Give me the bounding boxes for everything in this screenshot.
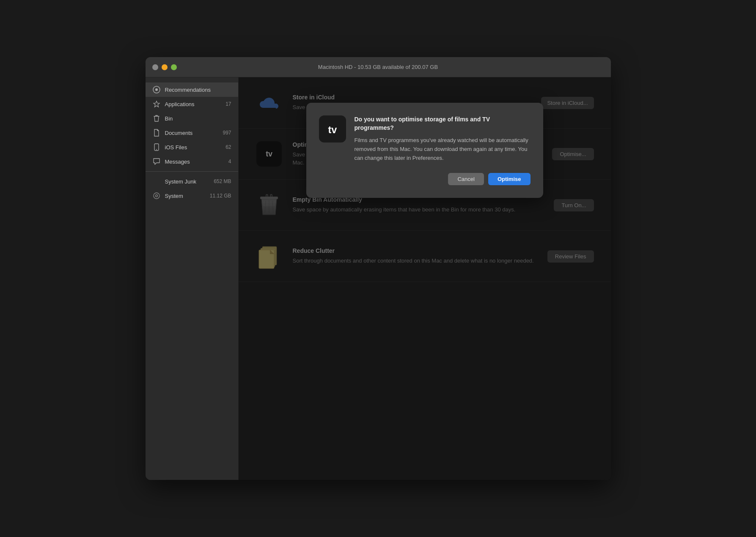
title-bar: Macintosh HD - 10.53 GB available of 200…	[146, 57, 611, 77]
svg-point-4	[154, 193, 159, 199]
close-button[interactable]	[152, 64, 158, 70]
documents-value: 997	[223, 130, 231, 136]
sidebar-item-documents[interactable]: Documents 997	[146, 126, 238, 140]
modal-body: Do you want to optimise storage of films…	[355, 115, 531, 185]
main-panel: Store in iCloud Save space by storing ph…	[239, 77, 611, 480]
maximize-button[interactable]	[171, 64, 177, 70]
documents-label: Documents	[165, 130, 219, 136]
modal-cancel-button[interactable]: Cancel	[448, 173, 484, 185]
sidebar-item-bin[interactable]: Bin	[146, 111, 238, 126]
window-content: Recommendations Applications 17 Bin	[146, 77, 611, 480]
system-label: System	[165, 193, 206, 199]
main-window: Macintosh HD - 10.53 GB available of 200…	[146, 57, 611, 480]
bin-label: Bin	[165, 115, 231, 122]
modal-overlay: tv Do you want to optimise storage of fi…	[239, 77, 611, 480]
modal-confirm-button[interactable]: Optimise	[488, 173, 531, 185]
recommendations-icon	[152, 85, 161, 94]
sidebar-item-ios-files[interactable]: iOS Files 62	[146, 140, 238, 154]
applications-label: Applications	[165, 101, 222, 107]
documents-icon	[152, 129, 161, 137]
sidebar-divider	[146, 171, 238, 172]
system-value: 11.12 GB	[210, 193, 231, 199]
ios-files-icon	[152, 143, 161, 151]
system-junk-label: System Junk	[165, 178, 210, 185]
system-junk-value: 652 MB	[214, 178, 231, 184]
window-title: Macintosh HD - 10.53 GB available of 200…	[318, 64, 438, 70]
messages-label: Messages	[165, 159, 224, 165]
svg-point-3	[156, 149, 157, 150]
modal-description: Films and TV programmes you've already w…	[355, 136, 531, 162]
messages-icon	[152, 157, 161, 166]
svg-point-5	[155, 195, 157, 197]
system-icon	[152, 192, 161, 200]
svg-text:tv: tv	[328, 124, 337, 135]
recommendations-label: Recommendations	[165, 87, 231, 93]
sidebar-item-applications[interactable]: Applications 17	[146, 97, 238, 111]
sidebar-item-system-junk[interactable]: System Junk 652 MB	[146, 174, 238, 189]
bin-icon	[152, 114, 161, 123]
applications-value: 17	[225, 101, 231, 107]
ios-files-value: 62	[225, 144, 231, 150]
modal-actions: Cancel Optimise	[355, 173, 531, 185]
modal-title: Do you want to optimise storage of films…	[355, 115, 531, 132]
sidebar-item-system[interactable]: System 11.12 GB	[146, 189, 238, 203]
traffic-lights	[152, 64, 177, 70]
svg-point-1	[155, 88, 158, 91]
sidebar-item-recommendations[interactable]: Recommendations	[146, 82, 238, 97]
sidebar-item-messages[interactable]: Messages 4	[146, 154, 238, 169]
system-junk-icon	[152, 177, 161, 186]
modal-appletv-icon: tv	[319, 115, 346, 142]
messages-value: 4	[228, 159, 231, 164]
sidebar: Recommendations Applications 17 Bin	[146, 77, 239, 480]
ios-files-label: iOS Files	[165, 144, 222, 151]
optimise-dialog: tv Do you want to optimise storage of fi…	[306, 103, 543, 198]
applications-icon	[152, 100, 161, 108]
minimize-button[interactable]	[162, 64, 168, 70]
